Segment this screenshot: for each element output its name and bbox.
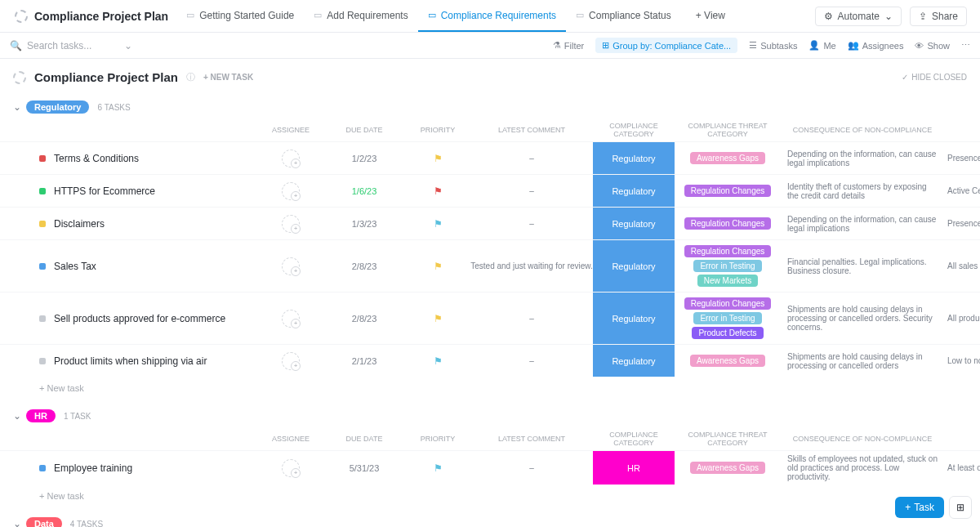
info-icon[interactable]: ⓘ [186,71,195,83]
task-row[interactable]: Employee training 5/31/23 ⚑ – HR Awarene… [0,450,980,485]
due-date[interactable]: 2/8/23 [323,261,405,271]
due-date[interactable]: 5/31/23 [323,463,405,473]
share-button[interactable]: ⇪ Share [910,7,967,26]
col-assignee[interactable]: ASSIGNEE [258,435,323,443]
due-date[interactable]: 1/3/23 [323,219,405,229]
assignees-button[interactable]: 👥Assignees [848,40,904,51]
col-category[interactable]: COMPLIANCE CATEGORY [593,431,675,447]
assignee-avatar[interactable] [282,257,300,275]
status-square[interactable] [39,465,46,471]
threat-pill[interactable]: Error in Testing [693,312,761,324]
tab-compliance-requirements[interactable]: ▭Compliance Requirements [418,0,566,32]
col-consequence[interactable]: CONSEQUENCE OF NON-COMPLIANCE [781,435,944,443]
threat-category: Regulation ChangesError in TestingProduc… [675,293,781,344]
task-row[interactable]: Sell products approved for e-commerce 2/… [0,292,980,344]
col-consequence[interactable]: CONSEQUENCE OF NON-COMPLIANCE [781,126,944,134]
compliance-category[interactable]: Regulatory [593,293,675,344]
tab-getting-started-guide[interactable]: ▭Getting Started Guide [176,0,304,32]
due-date[interactable]: 2/8/23 [323,314,405,324]
compliance-category[interactable]: Regulatory [593,240,675,292]
col-threat[interactable]: COMPLIANCE THREAT CATEGORY [675,122,781,138]
due-date[interactable]: 1/2/23 [323,154,405,163]
group-name-pill[interactable]: Data [26,517,62,527]
threat-pill[interactable]: Error in Testing [693,260,761,272]
subtasks-button[interactable]: ☰Subtasks [749,40,797,51]
group-by-button[interactable]: ⊞Group by: Compliance Cate... [595,38,737,53]
task-row[interactable]: Sales Tax 2/8/23 ⚑ Tested and just waiti… [0,239,980,292]
col-due[interactable]: DUE DATE [323,435,405,443]
me-button[interactable]: 👤Me [808,40,835,51]
task-row[interactable]: HTTPS for Ecommerce 1/6/23 ⚑ – Regulator… [0,174,980,207]
threat-pill[interactable]: New Markets [697,275,758,287]
collapse-icon[interactable]: ⌄ [13,410,21,422]
new-task-button[interactable]: + NEW TASK [203,73,253,82]
priority-flag-icon[interactable]: ⚑ [434,261,443,272]
apps-fab[interactable]: ⊞ [949,496,972,519]
priority-flag-icon[interactable]: ⚑ [434,153,443,164]
assignee-avatar[interactable] [282,352,300,370]
tab-add-requirements[interactable]: ▭Add Requirements [304,0,417,32]
collapse-icon[interactable]: ⌄ [13,101,21,113]
status-square[interactable] [39,358,46,364]
collapse-icon[interactable]: ⌄ [13,518,21,527]
compliance-category[interactable]: Regulatory [593,142,675,174]
status-square[interactable] [39,221,46,227]
page-header: Compliance Project Plan ⓘ + NEW TASK ✓ H… [0,59,980,91]
new-task-row[interactable]: + New task [0,377,980,400]
col-priority[interactable]: PRIORITY [405,435,470,443]
compliance-category[interactable]: Regulatory [593,208,675,239]
assignee-avatar[interactable] [282,215,300,233]
col-performance[interactable]: PERFORM [944,435,980,443]
task-row[interactable]: Terms & Conditions 1/2/23 ⚑ – Regulatory… [0,141,980,174]
search-input[interactable]: 🔍 Search tasks... ⌄ [10,40,132,51]
new-task-fab[interactable]: + Task [895,497,944,518]
col-assignee[interactable]: ASSIGNEE [258,126,323,134]
show-button[interactable]: 👁Show [915,41,950,51]
priority-flag-icon[interactable]: ⚑ [434,355,443,367]
due-date[interactable]: 2/1/23 [323,356,405,366]
filter-button[interactable]: ⚗Filter [553,40,584,51]
assignee-avatar[interactable] [282,182,300,200]
tab-compliance-status[interactable]: ▭Compliance Status [566,0,681,32]
task-row[interactable]: Disclaimers 1/3/23 ⚑ – Regulatory Regula… [0,207,980,239]
threat-pill[interactable]: Regulation Changes [684,297,772,310]
threat-pill[interactable]: Regulation Changes [684,185,772,197]
col-priority[interactable]: PRIORITY [405,126,470,134]
compliance-category[interactable]: HR [593,451,675,485]
col-performance[interactable]: PERFORM [944,126,980,134]
group-name-pill[interactable]: HR [26,409,56,422]
priority-flag-icon[interactable]: ⚑ [434,462,443,474]
col-comment[interactable]: LATEST COMMENT [470,435,593,443]
threat-pill[interactable]: Awareness Gaps [690,462,765,474]
hide-closed-button[interactable]: ✓ HIDE CLOSED [902,73,967,82]
col-threat[interactable]: COMPLIANCE THREAT CATEGORY [675,431,781,447]
threat-pill[interactable]: Regulation Changes [684,217,772,230]
performance: Active Certificate fo [944,183,980,199]
threat-pill[interactable]: Product Defects [692,327,763,339]
assignee-avatar[interactable] [282,150,300,167]
threat-pill[interactable]: Regulation Changes [684,245,772,257]
more-button[interactable]: ⋯ [961,40,970,51]
group-name-pill[interactable]: Regulatory [26,100,89,114]
col-due[interactable]: DUE DATE [323,126,405,134]
priority-flag-icon[interactable]: ⚑ [434,185,443,197]
compliance-category[interactable]: Regulatory [593,175,675,207]
threat-pill[interactable]: Awareness Gaps [690,152,765,164]
status-square[interactable] [39,315,46,322]
compliance-category[interactable]: Regulatory [593,345,675,377]
assignee-avatar[interactable] [282,459,300,477]
status-square[interactable] [39,263,46,270]
assignee-avatar[interactable] [282,310,300,328]
threat-pill[interactable]: Awareness Gaps [690,355,765,367]
task-row[interactable]: Product limits when shipping via air 2/1… [0,344,980,377]
priority-flag-icon[interactable]: ⚑ [434,313,443,324]
status-square[interactable] [39,188,46,194]
automate-button[interactable]: ⚙ Automate ⌄ [815,7,902,26]
new-task-row[interactable]: + New task [0,485,980,507]
status-square[interactable] [39,155,46,162]
col-comment[interactable]: LATEST COMMENT [470,126,593,134]
tab--view[interactable]: + View [681,0,735,32]
due-date[interactable]: 1/6/23 [323,186,405,196]
col-category[interactable]: COMPLIANCE CATEGORY [593,122,675,138]
priority-flag-icon[interactable]: ⚑ [434,218,443,230]
